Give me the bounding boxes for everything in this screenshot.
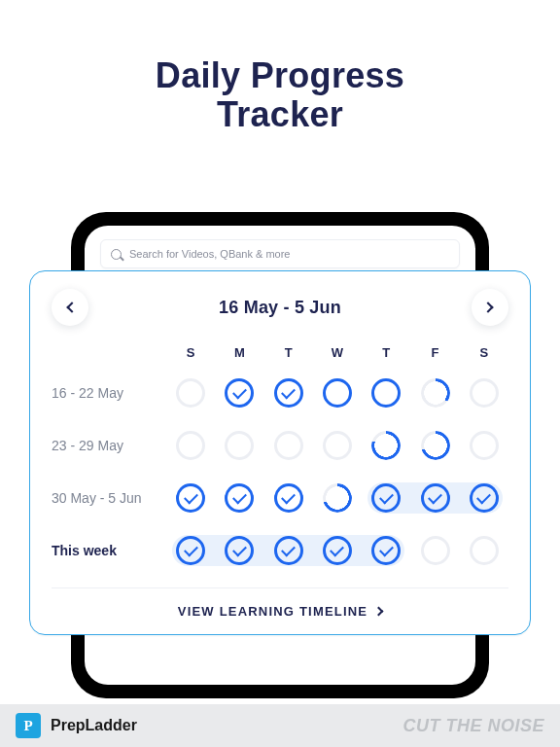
row-label: This week — [52, 543, 166, 558]
check-icon — [323, 536, 352, 565]
view-timeline-link[interactable]: VIEW LEARNING TIMELINE — [52, 600, 508, 621]
ring-empty — [176, 378, 205, 408]
day-header: W — [313, 345, 362, 360]
ring-empty — [176, 431, 205, 460]
progress-cell[interactable] — [362, 426, 410, 465]
progress-card: 16 May - 5 Jun SMTWTFS16 - 22 May23 - 29… — [29, 270, 531, 635]
ring-empty — [225, 431, 254, 460]
ring-empty — [323, 431, 352, 460]
search-icon — [111, 249, 122, 260]
progress-cell[interactable] — [460, 479, 508, 517]
progress-cell[interactable] — [264, 426, 313, 465]
progress-cell[interactable] — [215, 531, 263, 570]
search-placeholder: Search for Videos, QBank & more — [129, 248, 291, 260]
progress-cell[interactable] — [313, 531, 362, 570]
check-icon — [371, 483, 401, 513]
ring-empty — [421, 536, 450, 565]
progress-cell[interactable] — [460, 426, 508, 465]
next-button[interactable] — [472, 289, 508, 326]
progress-cell[interactable] — [362, 479, 410, 517]
check-icon — [421, 483, 450, 513]
timeline-link-label: VIEW LEARNING TIMELINE — [178, 604, 368, 619]
progress-cell[interactable] — [313, 374, 362, 412]
progress-cell[interactable] — [264, 531, 313, 570]
progress-cell[interactable] — [215, 426, 263, 465]
card-header: 16 May - 5 Jun — [52, 289, 508, 326]
date-range: 16 May - 5 Jun — [219, 298, 341, 318]
check-icon — [274, 378, 303, 408]
check-icon — [176, 483, 205, 513]
progress-cell[interactable] — [215, 374, 263, 412]
chevron-left-icon — [66, 302, 77, 312]
footer-bar: P PrepLadder CUT THE NOISE — [0, 704, 560, 747]
progress-cell[interactable] — [362, 531, 410, 570]
day-header: F — [410, 345, 459, 360]
progress-cell[interactable] — [166, 531, 215, 570]
check-icon — [176, 536, 205, 565]
progress-cell[interactable] — [313, 479, 362, 517]
check-icon — [470, 483, 499, 513]
progress-grid: SMTWTFS16 - 22 May23 - 29 May30 May - 5 … — [52, 345, 508, 570]
ring-empty — [470, 536, 499, 565]
progress-cell[interactable] — [264, 479, 313, 517]
progress-cell[interactable] — [166, 479, 215, 517]
brand-logo: P — [16, 713, 41, 738]
check-icon — [274, 483, 303, 513]
progress-cell[interactable] — [166, 374, 215, 412]
progress-arc — [323, 483, 352, 513]
ring-full — [371, 378, 401, 408]
progress-cell[interactable] — [460, 531, 508, 570]
title-line-2: Tracker — [0, 95, 560, 134]
divider — [52, 587, 508, 588]
progress-arc — [421, 378, 450, 408]
row-label: 23 - 29 May — [52, 438, 166, 453]
row-label: 30 May - 5 Jun — [52, 490, 166, 506]
progress-cell[interactable] — [410, 426, 459, 465]
page-title: Daily Progress Tracker — [0, 0, 560, 133]
chevron-right-icon — [483, 302, 494, 312]
progress-arc — [371, 431, 401, 460]
progress-cell[interactable] — [215, 479, 263, 517]
tagline: CUT THE NOISE — [402, 716, 544, 736]
progress-cell[interactable] — [460, 374, 508, 412]
ring-empty — [470, 378, 499, 408]
progress-cell[interactable] — [410, 479, 459, 517]
day-header: T — [264, 345, 313, 360]
check-icon — [225, 483, 254, 513]
progress-cell[interactable] — [166, 426, 215, 465]
progress-cell[interactable] — [410, 531, 459, 570]
day-header: M — [215, 345, 263, 360]
row-label: 16 - 22 May — [52, 385, 166, 401]
check-icon — [371, 536, 401, 565]
ring-full — [323, 378, 352, 408]
ring-empty — [470, 431, 499, 460]
progress-arc — [421, 431, 450, 460]
day-header: S — [166, 345, 215, 360]
progress-cell[interactable] — [313, 426, 362, 465]
title-line-1: Daily Progress — [0, 56, 560, 95]
progress-cell[interactable] — [410, 374, 459, 412]
check-icon — [225, 378, 254, 408]
brand: P PrepLadder — [16, 713, 137, 738]
day-header: T — [362, 345, 410, 360]
chevron-right-icon — [374, 607, 384, 617]
search-input[interactable]: Search for Videos, QBank & more — [100, 239, 460, 268]
progress-cell[interactable] — [362, 374, 410, 412]
ring-empty — [274, 431, 303, 460]
check-icon — [274, 536, 303, 565]
day-header: S — [460, 345, 508, 360]
brand-name: PrepLadder — [51, 717, 137, 734]
progress-cell[interactable] — [264, 374, 313, 412]
check-icon — [225, 536, 254, 565]
prev-button[interactable] — [52, 289, 88, 326]
